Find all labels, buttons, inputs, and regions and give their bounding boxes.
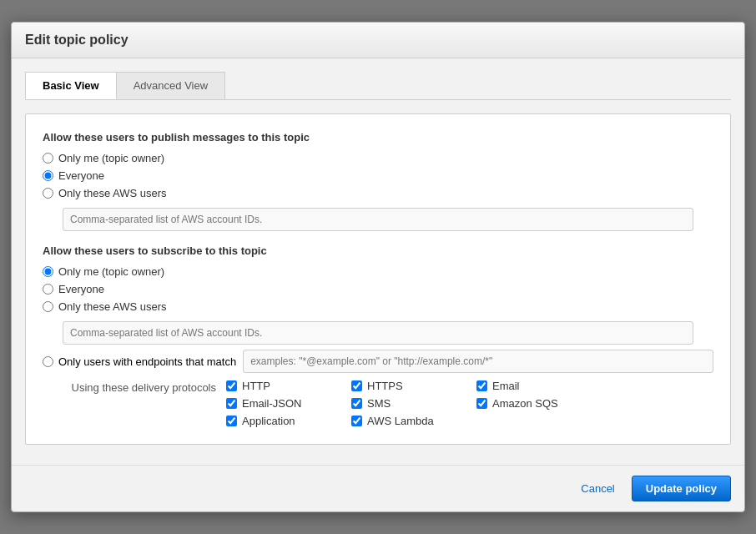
subscribe-option-only-me: Only me (topic owner): [43, 265, 713, 278]
publish-aws-users-radio[interactable]: [43, 188, 53, 199]
subscribe-section-title: Allow these users to subscribe to this t…: [43, 244, 713, 257]
proto-application-label: Application: [242, 415, 295, 427]
proto-email-json-label: Email-JSON: [242, 397, 302, 410]
proto-aws-lambda-label: AWS Lambda: [367, 415, 434, 427]
subscribe-only-me-label: Only me (topic owner): [58, 265, 164, 278]
proto-http-item: HTTP: [226, 380, 351, 392]
subscribe-aws-account-input[interactable]: [63, 321, 693, 345]
publish-option-aws-users: Only these AWS users: [43, 187, 713, 199]
subscribe-endpoint-label: Only users with endpoints that match: [58, 355, 236, 368]
content-panel: Allow these users to publish messages to…: [25, 113, 731, 445]
publish-aws-account-input[interactable]: [63, 208, 693, 231]
publish-aws-input-wrapper: [63, 204, 713, 231]
tab-bar: Basic View Advanced View: [25, 72, 731, 100]
proto-application-checkbox[interactable]: [226, 416, 237, 426]
edit-topic-policy-modal: Edit topic policy Basic View Advanced Vi…: [11, 22, 745, 512]
update-policy-button[interactable]: Update policy: [632, 476, 731, 501]
subscribe-endpoint-radio[interactable]: [43, 356, 53, 367]
modal-body: Basic View Advanced View Allow these use…: [12, 58, 744, 458]
proto-application-item: Application: [226, 415, 351, 427]
proto-https-checkbox[interactable]: [351, 380, 362, 391]
proto-https-label: HTTPS: [367, 380, 403, 392]
subscribe-endpoint-input[interactable]: [243, 350, 713, 373]
subscribe-aws-input-wrapper: [63, 318, 713, 345]
modal-footer: Cancel Update policy: [12, 465, 744, 511]
proto-http-label: HTTP: [242, 380, 270, 392]
modal-header: Edit topic policy: [12, 23, 744, 58]
subscribe-option-everyone: Everyone: [43, 283, 713, 295]
publish-option-only-me: Only me (topic owner): [43, 152, 713, 164]
proto-aws-lambda-item: AWS Lambda: [351, 415, 476, 427]
proto-sms-label: SMS: [367, 397, 391, 410]
publish-everyone-radio[interactable]: [43, 170, 53, 181]
proto-email-checkbox[interactable]: [476, 380, 487, 391]
subscribe-option-aws-users: Only these AWS users: [43, 300, 713, 313]
proto-amazon-sqs-checkbox[interactable]: [476, 398, 487, 409]
proto-sms-item: SMS: [351, 397, 476, 410]
proto-email-json-checkbox[interactable]: [226, 398, 237, 409]
publish-everyone-label: Everyone: [58, 169, 104, 182]
publish-radio-group: Only me (topic owner) Everyone Only thes…: [43, 152, 713, 231]
proto-sms-checkbox[interactable]: [351, 398, 362, 409]
proto-email-json-item: Email-JSON: [226, 397, 351, 410]
subscribe-aws-users-radio[interactable]: [43, 301, 53, 312]
subscribe-endpoint-label-group: Only users with endpoints that match: [43, 355, 236, 368]
publish-section-title: Allow these users to publish messages to…: [43, 131, 713, 144]
publish-only-me-label: Only me (topic owner): [58, 152, 164, 164]
subscribe-endpoint-row: Only users with endpoints that match: [43, 350, 713, 373]
subscribe-radio-group: Only me (topic owner) Everyone Only thes…: [43, 265, 713, 373]
tab-basic-view[interactable]: Basic View: [25, 72, 117, 99]
delivery-protocols-grid: HTTP HTTPS Email Email-JSON: [226, 380, 602, 427]
tab-advanced-view[interactable]: Advanced View: [116, 72, 225, 99]
proto-email-label: Email: [492, 380, 520, 392]
publish-only-me-radio[interactable]: [43, 153, 53, 164]
publish-aws-users-label: Only these AWS users: [58, 187, 167, 199]
cancel-button[interactable]: Cancel: [572, 477, 622, 500]
subscribe-everyone-label: Everyone: [58, 283, 104, 295]
proto-https-item: HTTPS: [351, 380, 476, 392]
delivery-protocols-row: Using these delivery protocols HTTP HTTP…: [43, 380, 713, 427]
delivery-protocols-label: Using these delivery protocols: [43, 380, 226, 394]
proto-aws-lambda-checkbox[interactable]: [351, 416, 362, 426]
modal-title: Edit topic policy: [25, 33, 129, 47]
subscribe-everyone-radio[interactable]: [43, 284, 53, 295]
publish-option-everyone: Everyone: [43, 169, 713, 182]
proto-email-item: Email: [476, 380, 602, 392]
proto-http-checkbox[interactable]: [226, 380, 237, 391]
subscribe-aws-users-label: Only these AWS users: [58, 300, 167, 313]
proto-amazon-sqs-label: Amazon SQS: [492, 397, 558, 410]
modal-overlay: Edit topic policy Basic View Advanced Vi…: [0, 0, 756, 534]
subscribe-only-me-radio[interactable]: [43, 266, 53, 277]
proto-amazon-sqs-item: Amazon SQS: [476, 397, 602, 410]
